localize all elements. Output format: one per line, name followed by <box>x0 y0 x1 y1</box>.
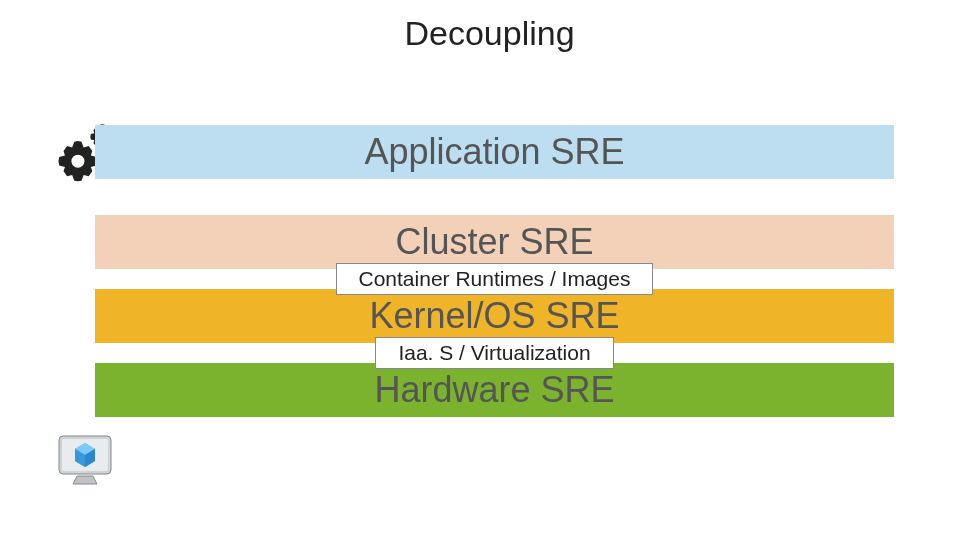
layer-hardware-sre: Hardware SRE <box>95 363 894 417</box>
layer-label: Cluster SRE <box>395 221 593 263</box>
layer-label: Hardware SRE <box>374 369 614 411</box>
interface-iaas-virtualization: Iaa. S / Virtualization <box>95 335 894 371</box>
layer-stack: Application SRE Cluster SRE Container Ru… <box>95 125 894 417</box>
interface-label: Iaa. S / Virtualization <box>375 337 613 369</box>
monitor-cube-icon <box>55 432 115 488</box>
layer-application-sre: Application SRE <box>95 125 894 179</box>
interface-label: Container Runtimes / Images <box>336 263 654 295</box>
interface-container-runtimes: Container Runtimes / Images <box>95 261 894 297</box>
page-title: Decoupling <box>0 0 979 73</box>
layer-label: Kernel/OS SRE <box>369 295 619 337</box>
layer-label: Application SRE <box>364 131 624 173</box>
svg-point-0 <box>71 155 84 168</box>
